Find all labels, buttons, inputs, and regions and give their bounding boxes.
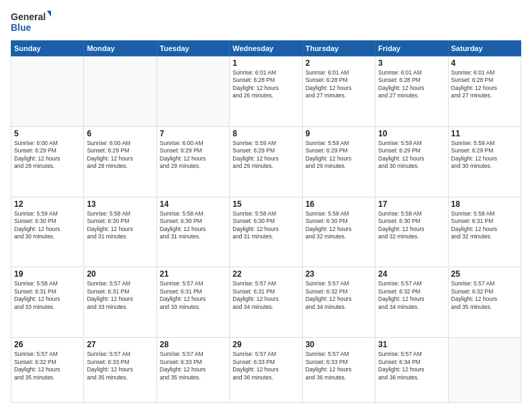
header: General Blue xyxy=(11,8,521,35)
day-number: 29 xyxy=(232,340,299,349)
day-number: 30 xyxy=(306,340,372,349)
svg-marker-2 xyxy=(47,11,51,19)
day-number: 10 xyxy=(378,129,445,138)
day-number: 9 xyxy=(306,129,372,138)
weekday-header-monday: Monday xyxy=(84,41,157,56)
calendar-cell: 14Sunrise: 5:58 AM Sunset: 6:30 PM Dayli… xyxy=(157,197,229,267)
calendar-cell xyxy=(84,56,157,127)
svg-text:Blue: Blue xyxy=(11,22,32,33)
calendar-cell: 5Sunrise: 6:00 AM Sunset: 6:29 PM Daylig… xyxy=(11,126,84,197)
day-number: 15 xyxy=(232,199,299,209)
day-info: Sunrise: 5:58 AM Sunset: 6:30 PM Dayligh… xyxy=(378,210,445,241)
calendar-cell: 8Sunrise: 5:59 AM Sunset: 6:29 PM Daylig… xyxy=(230,126,302,197)
day-info: Sunrise: 5:58 AM Sunset: 6:30 PM Dayligh… xyxy=(160,210,226,241)
day-info: Sunrise: 5:57 AM Sunset: 6:33 PM Dayligh… xyxy=(160,351,226,381)
day-number: 12 xyxy=(14,199,81,209)
day-info: Sunrise: 5:59 AM Sunset: 6:30 PM Dayligh… xyxy=(14,210,81,241)
calendar-cell: 11Sunrise: 5:59 AM Sunset: 6:29 PM Dayli… xyxy=(448,126,521,197)
calendar-cell: 23Sunrise: 5:57 AM Sunset: 6:32 PM Dayli… xyxy=(302,267,375,338)
calendar-cell: 9Sunrise: 5:59 AM Sunset: 6:29 PM Daylig… xyxy=(302,126,375,197)
day-info: Sunrise: 5:58 AM Sunset: 6:30 PM Dayligh… xyxy=(87,210,153,241)
day-number: 19 xyxy=(14,269,81,279)
day-number: 22 xyxy=(232,269,299,279)
calendar-cell: 1Sunrise: 6:01 AM Sunset: 6:28 PM Daylig… xyxy=(230,56,302,127)
day-number: 17 xyxy=(378,199,445,209)
day-number: 31 xyxy=(378,340,445,349)
day-info: Sunrise: 6:01 AM Sunset: 6:28 PM Dayligh… xyxy=(451,69,518,100)
day-info: Sunrise: 5:57 AM Sunset: 6:31 PM Dayligh… xyxy=(160,280,226,311)
day-info: Sunrise: 5:58 AM Sunset: 6:30 PM Dayligh… xyxy=(232,210,299,241)
day-info: Sunrise: 5:57 AM Sunset: 6:33 PM Dayligh… xyxy=(306,351,372,381)
day-info: Sunrise: 5:57 AM Sunset: 6:33 PM Dayligh… xyxy=(232,351,299,381)
weekday-header-tuesday: Tuesday xyxy=(157,41,229,56)
svg-text:General: General xyxy=(11,11,46,22)
calendar-cell: 13Sunrise: 5:58 AM Sunset: 6:30 PM Dayli… xyxy=(84,197,157,267)
day-info: Sunrise: 6:01 AM Sunset: 6:28 PM Dayligh… xyxy=(232,69,299,100)
day-number: 7 xyxy=(160,129,226,138)
calendar-week-5: 26Sunrise: 5:57 AM Sunset: 6:32 PM Dayli… xyxy=(11,338,521,403)
weekday-header-saturday: Saturday xyxy=(448,41,521,56)
day-info: Sunrise: 5:57 AM Sunset: 6:32 PM Dayligh… xyxy=(378,280,445,311)
calendar-cell: 17Sunrise: 5:58 AM Sunset: 6:30 PM Dayli… xyxy=(375,197,448,267)
calendar-week-1: 1Sunrise: 6:01 AM Sunset: 6:28 PM Daylig… xyxy=(11,56,521,127)
day-number: 24 xyxy=(378,269,445,279)
day-number: 13 xyxy=(87,199,153,209)
calendar-cell: 2Sunrise: 6:01 AM Sunset: 6:28 PM Daylig… xyxy=(302,56,375,127)
calendar-cell: 21Sunrise: 5:57 AM Sunset: 6:31 PM Dayli… xyxy=(157,267,229,338)
calendar-cell: 26Sunrise: 5:57 AM Sunset: 6:32 PM Dayli… xyxy=(11,338,84,403)
calendar-cell: 31Sunrise: 5:57 AM Sunset: 6:34 PM Dayli… xyxy=(375,338,448,403)
calendar-cell: 28Sunrise: 5:57 AM Sunset: 6:33 PM Dayli… xyxy=(157,338,229,403)
calendar-cell: 12Sunrise: 5:59 AM Sunset: 6:30 PM Dayli… xyxy=(11,197,84,267)
weekday-header-thursday: Thursday xyxy=(302,41,375,56)
logo: General Blue xyxy=(11,8,51,35)
day-number: 11 xyxy=(451,129,518,138)
day-number: 14 xyxy=(160,199,226,209)
calendar-week-3: 12Sunrise: 5:59 AM Sunset: 6:30 PM Dayli… xyxy=(11,197,521,267)
day-number: 8 xyxy=(232,129,299,138)
calendar-cell: 29Sunrise: 5:57 AM Sunset: 6:33 PM Dayli… xyxy=(230,338,302,403)
day-number: 21 xyxy=(160,269,226,279)
day-info: Sunrise: 5:57 AM Sunset: 6:34 PM Dayligh… xyxy=(378,351,445,381)
day-info: Sunrise: 6:01 AM Sunset: 6:28 PM Dayligh… xyxy=(378,69,445,100)
calendar-cell xyxy=(448,338,521,403)
day-number: 5 xyxy=(14,129,81,138)
weekday-header-friday: Friday xyxy=(375,41,448,56)
calendar-cell: 7Sunrise: 6:00 AM Sunset: 6:29 PM Daylig… xyxy=(157,126,229,197)
calendar-cell: 24Sunrise: 5:57 AM Sunset: 6:32 PM Dayli… xyxy=(375,267,448,338)
day-number: 3 xyxy=(378,58,445,68)
weekday-header-sunday: Sunday xyxy=(11,41,84,56)
day-info: Sunrise: 5:59 AM Sunset: 6:29 PM Dayligh… xyxy=(378,140,445,171)
day-info: Sunrise: 6:00 AM Sunset: 6:29 PM Dayligh… xyxy=(87,140,153,171)
weekday-header-row: SundayMondayTuesdayWednesdayThursdayFrid… xyxy=(11,41,521,56)
day-info: Sunrise: 5:58 AM Sunset: 6:31 PM Dayligh… xyxy=(14,280,81,311)
day-number: 16 xyxy=(306,199,372,209)
day-info: Sunrise: 5:58 AM Sunset: 6:31 PM Dayligh… xyxy=(451,210,518,241)
day-info: Sunrise: 6:00 AM Sunset: 6:29 PM Dayligh… xyxy=(14,140,81,171)
calendar-cell: 30Sunrise: 5:57 AM Sunset: 6:33 PM Dayli… xyxy=(302,338,375,403)
day-info: Sunrise: 5:57 AM Sunset: 6:32 PM Dayligh… xyxy=(14,351,81,381)
day-info: Sunrise: 5:59 AM Sunset: 6:29 PM Dayligh… xyxy=(232,140,299,171)
day-number: 2 xyxy=(306,58,372,68)
calendar-cell: 16Sunrise: 5:58 AM Sunset: 6:30 PM Dayli… xyxy=(302,197,375,267)
day-info: Sunrise: 5:58 AM Sunset: 6:30 PM Dayligh… xyxy=(306,210,372,241)
calendar-cell xyxy=(157,56,229,127)
calendar-table: SundayMondayTuesdayWednesdayThursdayFrid… xyxy=(11,40,521,403)
calendar-cell: 19Sunrise: 5:58 AM Sunset: 6:31 PM Dayli… xyxy=(11,267,84,338)
calendar-cell: 3Sunrise: 6:01 AM Sunset: 6:28 PM Daylig… xyxy=(375,56,448,127)
day-info: Sunrise: 5:57 AM Sunset: 6:33 PM Dayligh… xyxy=(87,351,153,381)
logo-svg: General Blue xyxy=(11,8,51,35)
day-number: 4 xyxy=(451,58,518,68)
calendar-week-4: 19Sunrise: 5:58 AM Sunset: 6:31 PM Dayli… xyxy=(11,267,521,338)
day-number: 25 xyxy=(451,269,518,279)
day-info: Sunrise: 5:59 AM Sunset: 6:29 PM Dayligh… xyxy=(451,140,518,171)
day-number: 20 xyxy=(87,269,153,279)
calendar-cell: 22Sunrise: 5:57 AM Sunset: 6:31 PM Dayli… xyxy=(230,267,302,338)
day-info: Sunrise: 6:00 AM Sunset: 6:29 PM Dayligh… xyxy=(160,140,226,171)
calendar-cell: 25Sunrise: 5:57 AM Sunset: 6:32 PM Dayli… xyxy=(448,267,521,338)
calendar-cell: 4Sunrise: 6:01 AM Sunset: 6:28 PM Daylig… xyxy=(448,56,521,127)
calendar-cell: 6Sunrise: 6:00 AM Sunset: 6:29 PM Daylig… xyxy=(84,126,157,197)
day-info: Sunrise: 5:57 AM Sunset: 6:32 PM Dayligh… xyxy=(306,280,372,311)
day-info: Sunrise: 5:57 AM Sunset: 6:31 PM Dayligh… xyxy=(232,280,299,311)
weekday-header-wednesday: Wednesday xyxy=(230,41,302,56)
day-info: Sunrise: 5:59 AM Sunset: 6:29 PM Dayligh… xyxy=(306,140,372,171)
